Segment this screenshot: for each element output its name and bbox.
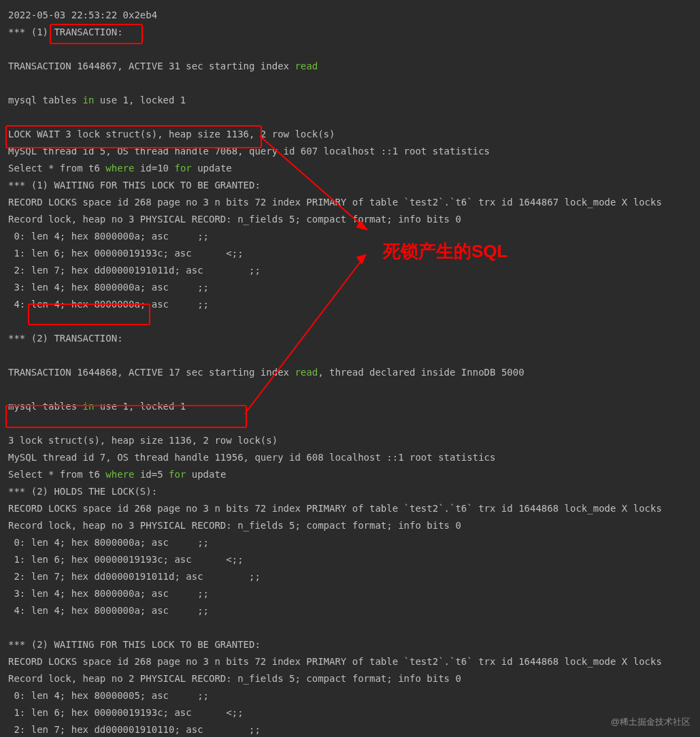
keyword-in: in (83, 95, 95, 105)
tx1-sql-pre: Select * from t6 (8, 163, 105, 174)
tx2-sql-pre: Select * from t6 (8, 469, 105, 480)
tx2-field2: 2: len 7; hex dd00000191011d; asc ;; (8, 571, 261, 582)
tx2-field0: 0: len 4; hex 8000000a; asc ;; (8, 537, 209, 548)
tx1-tables-post: use 1, locked 1 (94, 95, 186, 105)
tx2-record-lock2: Record lock, heap no 3 PHYSICAL RECORD: … (8, 520, 461, 531)
tx2-field1: 1: len 6; hex 00000019193c; asc <;; (8, 554, 244, 565)
keyword-where: where (105, 163, 134, 174)
tx2-field4: 4: len 4; hex 8000000a; asc ;; (8, 605, 209, 616)
tx2-record-lock2-w: Record lock, heap no 2 PHYSICAL RECORD: … (8, 673, 461, 684)
tx1-lockwait: LOCK WAIT 3 lock struct(s), heap size 11… (8, 129, 335, 140)
tx1-tables-pre: mysql tables (8, 95, 83, 105)
keyword-for: for (174, 163, 191, 174)
tx2-wfield0: 0: len 4; hex 80000005; asc ;; (8, 690, 209, 701)
tx2-record-locks: RECORD LOCKS space id 268 page no 3 n bi… (8, 503, 662, 514)
tx1-thread: MySQL thread id 5, OS thread handle 7068… (8, 146, 490, 157)
keyword-read: read (295, 61, 318, 71)
tx2-header-prefix: *** (8, 333, 31, 344)
keyword-in: in (83, 401, 95, 412)
tx1-sql-post: update (192, 163, 232, 174)
tx2-holds-header: *** (2) HOLDS THE LOCK(S): (8, 486, 157, 497)
tx2-sql-mid: id=5 (134, 469, 169, 480)
tx1-header-label: TRANSACTION: (54, 27, 122, 37)
tx1-field1: 1: len 6; hex 00000019193c; asc <;; (8, 248, 244, 259)
tx2-wfield2: 2: len 7; hex dd000001910110; asc ;; (8, 724, 261, 735)
tx2-sql-post: update (186, 469, 226, 480)
tx2-tables-post: use 1, locked 1 (94, 401, 186, 412)
tx2-info-post: , thread declared inside InnoDB 5000 (318, 367, 524, 378)
tx1-record-lock2: Record lock, heap no 3 PHYSICAL RECORD: … (8, 214, 461, 225)
tx1-info: TRANSACTION 1644867, ACTIVE 31 sec start… (8, 61, 295, 71)
tx1-field2: 2: len 7; hex dd00000191011d; asc ;; (8, 265, 261, 276)
tx1-header-prefix: *** (1) (8, 27, 54, 37)
watermark: @稀土掘金技术社区 (611, 713, 690, 730)
keyword-where: where (105, 469, 134, 480)
keyword-for: for (169, 469, 186, 480)
tx2-record-locks-w: RECORD LOCKS space id 268 page no 3 n bi… (8, 656, 662, 667)
tx1-sql-mid: id=10 (134, 163, 174, 174)
tx2-header-label: (2) TRANSACTION: (31, 333, 123, 344)
tx2-field3: 3: len 4; hex 8000000a; asc ;; (8, 588, 209, 599)
tx1-field4: 4: len 4; hex 8000000a; asc ;; (8, 299, 209, 310)
tx1-record-locks: RECORD LOCKS space id 268 page no 3 n bi… (8, 197, 662, 208)
tx1-field0: 0: len 4; hex 8000000a; asc ;; (8, 231, 209, 242)
tx2-structs: 3 lock struct(s), heap size 1136, 2 row … (8, 435, 278, 446)
terminal-output: 2022-05-03 22:53:22 0x2eb4 *** (1) TRANS… (0, 0, 700, 737)
tx2-waiting-header: *** (2) WAITING FOR THIS LOCK TO BE GRAN… (8, 639, 261, 650)
tx2-thread: MySQL thread id 7, OS thread handle 1195… (8, 452, 495, 463)
tx1-field3: 3: len 4; hex 8000000a; asc ;; (8, 282, 209, 293)
tx2-info: TRANSACTION 1644868, ACTIVE 17 sec start… (8, 367, 295, 378)
tx1-waiting-header: *** (1) WAITING FOR THIS LOCK TO BE GRAN… (8, 180, 261, 191)
keyword-read: read (295, 367, 318, 378)
timestamp-line: 2022-05-03 22:53:22 0x2eb4 (8, 10, 157, 20)
tx2-tables-pre: mysql tables (8, 401, 83, 412)
tx2-wfield1: 1: len 6; hex 00000019193c; asc <;; (8, 707, 244, 718)
